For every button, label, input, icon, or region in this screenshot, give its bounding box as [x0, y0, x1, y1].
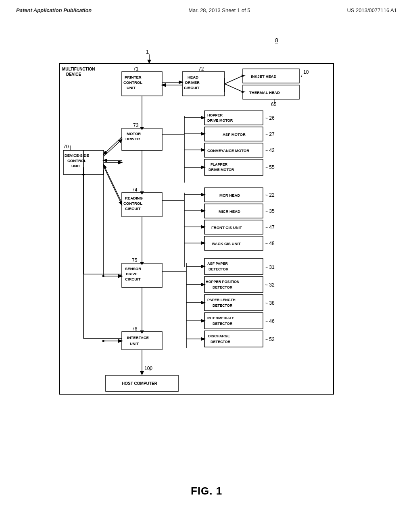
ref-1: 1 [146, 49, 149, 55]
block-diagram: 8 1 MULTIFUNCTION DEVICE DEVICE-SIDE CON… [25, 25, 388, 469]
ref-48: ~ 48 [265, 241, 275, 246]
ref-27: ~ 27 [265, 131, 275, 137]
arrow-sd-right [102, 275, 106, 277]
ref-74: 74 [132, 187, 138, 193]
ref-76: 76 [132, 326, 138, 332]
multifunction-label: MULTIFUNCTION [62, 67, 95, 71]
conv-motor-label: CONVEYANCE MOTOR [207, 148, 249, 153]
sensor-drive-label1: SENSOR [125, 266, 141, 271]
ref-52: ~ 52 [265, 337, 275, 342]
intermediate-box [204, 313, 263, 329]
diagram-area: 8 1 MULTIFUNCTION DEVICE DEVICE-SIDE CON… [0, 17, 413, 477]
date-sheet: Mar. 28, 2013 Sheet 1 of 5 [188, 7, 250, 13]
ref-38: ~ 38 [265, 300, 275, 306]
arrow-down-1 [147, 60, 151, 64]
hopper-motor-label1: HOPPER [207, 113, 223, 117]
conn-dc-rc [104, 166, 122, 205]
hopper-motor-label2: DRIVE MOTOR [207, 118, 233, 123]
arrow-if-right [102, 340, 106, 342]
back-cis-label: BACK CIS UNIT [212, 241, 241, 246]
micr-head-label: MICR HEAD [219, 209, 240, 214]
system-box [59, 64, 334, 394]
ref-46: ~ 46 [265, 318, 275, 324]
arrow-to-host [140, 371, 144, 375]
ref-47: ~ 47 [265, 224, 275, 230]
conn-hdc-th [225, 84, 243, 92]
head-driver-label2: DRIVER [185, 80, 200, 85]
device-ctrl-label1: DEVICE-SIDE [65, 153, 89, 158]
printer-ctrl-label3: UNIT [127, 85, 136, 90]
printer-ctrl-label1: PRINTER [125, 75, 142, 79]
ref-71: 71 [133, 66, 139, 72]
hopper-pos-box [204, 276, 263, 293]
discharge-label2: DETECTOR [211, 340, 231, 344]
asf-motor-label: ASF MOTOR [223, 132, 246, 137]
flapper-motor-label1: FLAPPER [211, 162, 228, 166]
conn-hdc-ij [225, 76, 243, 84]
head-driver-label1: HEAD [188, 75, 198, 79]
motor-driver-label2: DRIVER [125, 137, 140, 141]
figure-label: FIG. 1 [0, 485, 413, 497]
interface-label2: UNIT [130, 341, 139, 346]
intermediate-label1: INTERMEDIATE [207, 316, 234, 320]
ref-73: 73 [133, 123, 139, 128]
ref-100: 100 [144, 366, 152, 371]
mcr-head-label: MCR HEAD [219, 193, 240, 197]
conn-dc-md [104, 139, 122, 156]
ref-35: ~ 35 [265, 208, 275, 214]
paper-length-box [204, 295, 263, 311]
asf-paper-label2: DETECTOR [209, 267, 229, 271]
page-header: Patent Application Publication Mar. 28, … [0, 0, 413, 17]
reading-ctrl-label1: READING [125, 196, 143, 200]
dc-arrow-down [81, 174, 86, 177]
ref-70: 70 [63, 144, 69, 150]
reading-ctrl-label3: CIRCUIT [125, 206, 141, 211]
ref-10: 10 [303, 69, 309, 75]
hopper-pos-label2: DETECTOR [213, 285, 233, 289]
inkjet-label: INKJET HEAD [251, 74, 276, 79]
front-cis-label: FRONT CIS UNIT [211, 225, 242, 230]
ref-72: 72 [198, 66, 204, 72]
publication-label: Patent Application Publication [16, 7, 92, 13]
discharge-box [204, 331, 263, 347]
asf-paper-label1: ASF PAPER [207, 262, 228, 266]
reading-ctrl-label2: CONTROL [123, 201, 142, 206]
sensor-drive-label2: DRIVE [126, 272, 138, 276]
motor-driver-label1: MOTOR [127, 131, 141, 136]
interface-box [122, 332, 162, 350]
hopper-pos-label1: HOPPER POSITION [206, 280, 240, 284]
flapper-motor-box [204, 159, 263, 175]
ref-8: 8 [275, 37, 278, 44]
paper-length-label1: PAPER LENGTH [207, 298, 236, 302]
conn-md-dc [104, 137, 122, 154]
sensor-drive-label3: CIRCUIT [125, 277, 141, 281]
ref-22: ~ 22 [265, 192, 275, 198]
ref-75: 75 [132, 258, 138, 263]
flapper-motor-label2: DRIVE MOTOR [209, 168, 234, 172]
ref-42: ~ 42 [265, 148, 275, 153]
svg-line-2 [301, 75, 302, 77]
asf-paper-box [204, 258, 263, 274]
head-driver-label3: CIRCUIT [184, 85, 200, 90]
interface-label1: INTERFACE [127, 335, 149, 340]
paper-length-label2: DETECTOR [213, 303, 233, 308]
patent-number: US 2013/0077116 A1 [347, 7, 397, 13]
ref-65: 65 [271, 102, 277, 107]
intermediate-label2: DETECTOR [213, 322, 233, 326]
ref-26: ~ 26 [265, 115, 275, 121]
discharge-label1: DISCHARGE [208, 334, 230, 338]
multifunction-label2: DEVICE [66, 72, 81, 77]
thermal-label: THERMAL HEAD [249, 90, 280, 95]
ref-32: ~ 32 [265, 282, 275, 288]
printer-ctrl-label2: CONTROL [123, 80, 142, 85]
device-ctrl-label3: UNIT [71, 164, 80, 168]
conn-rc-dc [104, 165, 122, 203]
ref-31: ~ 31 [265, 264, 275, 270]
ref-55: ~ 55 [265, 164, 275, 170]
host-label: HOST COMPUTER [122, 381, 158, 386]
